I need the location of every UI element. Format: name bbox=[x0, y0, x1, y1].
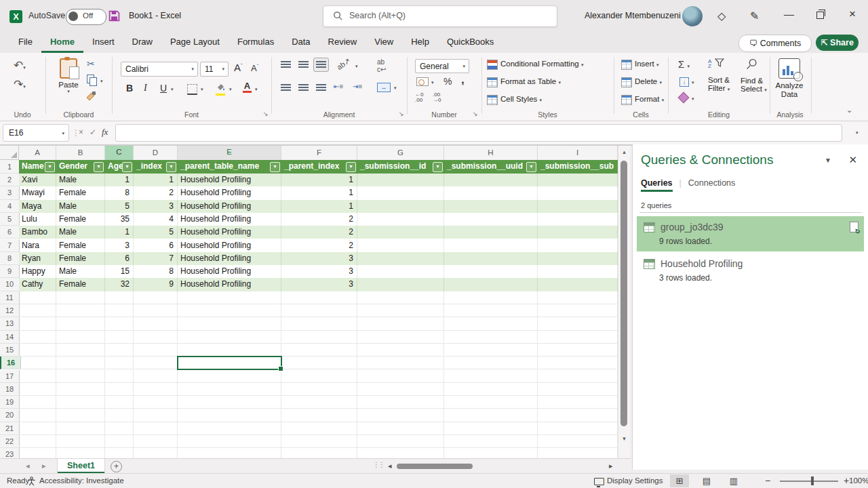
cell-D5[interactable]: 4 bbox=[134, 213, 178, 226]
cell-E22[interactable] bbox=[178, 435, 281, 448]
cell-I7[interactable] bbox=[538, 239, 618, 252]
cell-F23[interactable] bbox=[281, 448, 357, 458]
cancel-formula-icon[interactable]: × bbox=[79, 127, 83, 137]
cell-B7[interactable]: Female bbox=[56, 239, 105, 252]
row-header-21[interactable]: 21 bbox=[0, 422, 20, 435]
cell-E4[interactable]: Household Profiling bbox=[178, 200, 281, 213]
cell-C22[interactable] bbox=[105, 435, 134, 448]
table-header-Gender[interactable]: Gender▼ bbox=[56, 160, 106, 174]
tab-quickbooks[interactable]: QuickBooks bbox=[438, 33, 502, 53]
accessibility-status[interactable]: Accessibility: Investigate bbox=[39, 476, 124, 485]
cell-A12[interactable] bbox=[19, 304, 56, 317]
fx-icon[interactable]: fx bbox=[102, 127, 108, 138]
cell-B10[interactable]: Female bbox=[56, 278, 105, 291]
cell-C9[interactable]: 15 bbox=[105, 265, 134, 278]
row-header-20[interactable]: 20 bbox=[0, 409, 20, 422]
cell-E19[interactable] bbox=[178, 396, 281, 409]
column-header-B[interactable]: B bbox=[56, 146, 105, 161]
cell-C5[interactable]: 35 bbox=[105, 213, 134, 226]
add-sheet-button[interactable]: + bbox=[111, 461, 122, 472]
align-center-icon[interactable] bbox=[298, 84, 309, 91]
cell-I17[interactable] bbox=[538, 370, 618, 383]
row-header-19[interactable]: 19 bbox=[0, 396, 20, 409]
cell-H6[interactable] bbox=[444, 226, 538, 239]
cell-A20[interactable] bbox=[19, 409, 56, 422]
cell-H18[interactable] bbox=[444, 383, 538, 396]
share-button[interactable]: ⇱ Share bbox=[816, 35, 859, 51]
table-header-_index[interactable]: _index▼ bbox=[134, 160, 178, 174]
tab-home[interactable]: Home bbox=[41, 33, 83, 53]
borders-caret-icon[interactable]: ▾ bbox=[201, 87, 203, 92]
column-header-H[interactable]: H bbox=[444, 146, 538, 161]
cell-E2[interactable]: Household Profiling bbox=[178, 174, 281, 186]
cell-B5[interactable]: Female bbox=[56, 213, 105, 226]
orientation-icon[interactable]: ab↗ bbox=[335, 56, 352, 72]
cell-B2[interactable]: Male bbox=[56, 174, 105, 186]
panel-tab-connections[interactable]: Connections bbox=[688, 178, 736, 192]
cell-D22[interactable] bbox=[134, 435, 178, 448]
font-color-caret-icon[interactable]: ▾ bbox=[255, 87, 258, 92]
align-top-icon[interactable] bbox=[281, 61, 291, 68]
cell-I21[interactable] bbox=[538, 422, 618, 435]
cell-I22[interactable] bbox=[538, 435, 618, 448]
cell-A10[interactable]: Cathy bbox=[19, 278, 56, 291]
cell-G4[interactable] bbox=[357, 200, 444, 213]
row-header-5[interactable]: 5 bbox=[0, 213, 20, 226]
cell-F12[interactable] bbox=[281, 304, 357, 317]
cell-D18[interactable] bbox=[134, 383, 178, 396]
vertical-scrollbar[interactable]: ▴ ▾ bbox=[618, 146, 630, 458]
cell-A9[interactable]: Happy bbox=[19, 265, 56, 278]
filter-button[interactable]: ▼ bbox=[270, 162, 280, 172]
cell-E15[interactable] bbox=[178, 344, 281, 357]
sort-filter-button[interactable]: AZ Sort & Filter ▾ bbox=[708, 58, 730, 92]
row-header-8[interactable]: 8 bbox=[0, 252, 20, 265]
cell-B18[interactable] bbox=[56, 383, 105, 396]
diamond-premium-icon[interactable]: ◇ bbox=[717, 9, 726, 22]
cell-B16[interactable] bbox=[56, 357, 105, 369]
cell-E8[interactable]: Household Profiling bbox=[178, 252, 281, 265]
cell-C16[interactable] bbox=[105, 357, 134, 369]
zoom-out-icon[interactable]: − bbox=[765, 475, 770, 486]
cell-I16[interactable] bbox=[538, 357, 618, 369]
cell-A6[interactable]: Bambo bbox=[19, 226, 56, 239]
cell-E3[interactable]: Household Profiling bbox=[178, 186, 281, 199]
cell-G9[interactable] bbox=[357, 265, 444, 278]
enter-formula-icon[interactable]: ✓ bbox=[90, 127, 96, 137]
cell-C4[interactable]: 5 bbox=[105, 200, 134, 213]
font-name-select[interactable]: Calibri▾ bbox=[121, 62, 198, 77]
cell-B8[interactable]: Female bbox=[56, 252, 105, 265]
cell-H16[interactable] bbox=[444, 357, 538, 369]
cell-E12[interactable] bbox=[178, 304, 281, 317]
tab-insert[interactable]: Insert bbox=[83, 33, 123, 53]
cell-I18[interactable] bbox=[538, 383, 618, 396]
tab-help[interactable]: Help bbox=[402, 33, 438, 53]
align-right-icon[interactable] bbox=[316, 84, 326, 91]
cell-E17[interactable] bbox=[178, 370, 281, 383]
delete-cells-button[interactable]: Delete ▾ bbox=[635, 77, 662, 85]
cell-H5[interactable] bbox=[444, 213, 538, 226]
cell-H4[interactable] bbox=[444, 200, 538, 213]
increase-font-icon[interactable]: Aˆ bbox=[234, 62, 243, 73]
row-header-12[interactable]: 12 bbox=[0, 304, 20, 317]
cell-G2[interactable] bbox=[357, 174, 444, 186]
cell-A11[interactable] bbox=[19, 291, 56, 304]
cell-A22[interactable] bbox=[19, 435, 56, 448]
bold-button[interactable]: B bbox=[126, 83, 133, 94]
cell-G7[interactable] bbox=[357, 239, 444, 252]
row-header-22[interactable]: 22 bbox=[0, 435, 20, 448]
cell-I13[interactable] bbox=[538, 317, 618, 330]
cell-D11[interactable] bbox=[134, 291, 178, 304]
cell-G10[interactable] bbox=[357, 278, 444, 291]
cell-C19[interactable] bbox=[105, 396, 134, 409]
cell-I6[interactable] bbox=[538, 226, 618, 239]
decrease-indent-icon[interactable]: ⇤≡ bbox=[334, 83, 343, 90]
cell-C20[interactable] bbox=[105, 409, 134, 422]
cell-F21[interactable] bbox=[281, 422, 357, 435]
cell-B6[interactable]: Male bbox=[56, 226, 105, 239]
cell-F7[interactable]: 2 bbox=[281, 239, 357, 252]
cell-E9[interactable]: Household Profiling bbox=[178, 265, 281, 278]
format-painter-icon[interactable] bbox=[85, 91, 96, 102]
cell-F3[interactable]: 1 bbox=[281, 186, 357, 199]
hscroll-left-icon[interactable]: ◂ bbox=[388, 462, 392, 470]
conditional-formatting-button[interactable]: Conditional Formatting ▾ bbox=[500, 60, 583, 68]
